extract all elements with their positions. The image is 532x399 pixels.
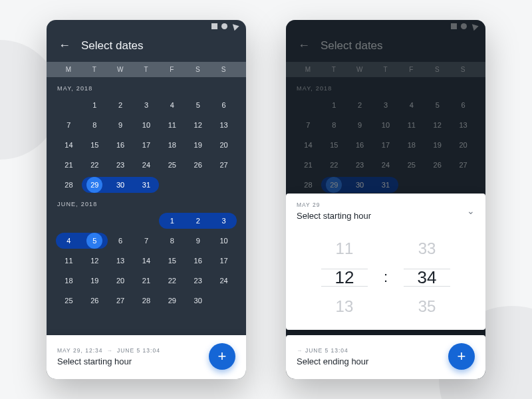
phone-date-picker: ← Select dates MTWTFSS MAY, 2018 1234567… bbox=[47, 20, 246, 379]
calendar-day[interactable]: 22 bbox=[82, 157, 108, 173]
weekday-label: S bbox=[211, 66, 237, 73]
calendar-day[interactable]: 25 bbox=[56, 293, 82, 309]
calendar-day[interactable]: 11 bbox=[159, 117, 185, 133]
calendar-day[interactable]: 10 bbox=[134, 117, 160, 133]
minute-next: 35 bbox=[404, 297, 450, 316]
calendar-day[interactable]: 8 bbox=[82, 117, 108, 133]
calendar-day[interactable]: 25 bbox=[159, 157, 185, 173]
arrow-right-icon: → bbox=[297, 347, 303, 354]
footer-card: MAY 29, 12:34 → JUNE 5 13:04 Select star… bbox=[47, 335, 246, 379]
calendar-day[interactable]: 29 bbox=[82, 177, 108, 193]
calendar-day[interactable]: 4 bbox=[56, 233, 82, 249]
calendar-day[interactable]: 21 bbox=[134, 273, 160, 289]
card-title: Select starting hour bbox=[297, 211, 371, 221]
range-end-label: JUNE 5 13:04 bbox=[305, 347, 348, 354]
calendar-day[interactable]: 23 bbox=[108, 157, 134, 173]
calendar-day[interactable]: 14 bbox=[134, 253, 160, 269]
hour-current: 12 bbox=[321, 267, 368, 288]
calendar-day[interactable]: 27 bbox=[108, 293, 134, 309]
calendar-day[interactable]: 22 bbox=[159, 273, 185, 289]
calendar-day[interactable]: 26 bbox=[185, 157, 211, 173]
calendar-day[interactable]: 5 bbox=[185, 97, 211, 113]
calendar-day[interactable]: 28 bbox=[56, 177, 82, 193]
calendar-day[interactable]: 23 bbox=[185, 273, 211, 289]
status-icon bbox=[221, 23, 227, 29]
phone-time-picker: ← Select dates MTWTFSS MAY, 2018 1234567… bbox=[286, 20, 485, 379]
month-label: MAY, 2018 bbox=[56, 77, 237, 97]
minute-wheel[interactable]: 33 34 35 bbox=[404, 239, 450, 316]
calendar-day[interactable]: 7 bbox=[134, 233, 160, 249]
calendar-day[interactable]: 3 bbox=[211, 213, 237, 229]
calendar-day[interactable]: 5 bbox=[82, 233, 108, 249]
calendar-day[interactable]: 3 bbox=[134, 97, 160, 113]
calendar-day[interactable]: 30 bbox=[185, 293, 211, 309]
status-icon bbox=[230, 21, 239, 30]
calendar-day[interactable]: 30 bbox=[108, 177, 134, 193]
calendar-day[interactable]: 8 bbox=[159, 233, 185, 249]
calendar-day[interactable]: 31 bbox=[134, 177, 160, 193]
calendar-day[interactable]: 28 bbox=[134, 293, 160, 309]
calendar-day[interactable]: 1 bbox=[159, 213, 185, 229]
range-start-label: MAY 29, 12:34 bbox=[57, 347, 102, 354]
calendar-day[interactable]: 15 bbox=[159, 253, 185, 269]
calendar-day[interactable]: 7 bbox=[56, 117, 82, 133]
calendar-grid-june: 1234567891011121314151617181920212223242… bbox=[56, 213, 237, 309]
page-title: Select dates bbox=[81, 39, 144, 53]
calendar-day[interactable]: 21 bbox=[56, 157, 82, 173]
card-date-label: MAY 29 bbox=[297, 201, 371, 208]
weekday-label: M bbox=[56, 66, 82, 73]
status-bar bbox=[47, 20, 246, 32]
calendar-day[interactable]: 12 bbox=[82, 253, 108, 269]
minute-prev: 33 bbox=[404, 239, 450, 258]
add-button[interactable]: + bbox=[448, 343, 475, 370]
calendar-day[interactable]: 10 bbox=[211, 233, 237, 249]
calendar-day[interactable]: 27 bbox=[211, 157, 237, 173]
calendar-day[interactable]: 9 bbox=[185, 233, 211, 249]
calendar-day[interactable]: 17 bbox=[134, 137, 160, 153]
weekday-label: S bbox=[185, 66, 211, 73]
calendar-day[interactable]: 2 bbox=[185, 213, 211, 229]
calendar-day[interactable]: 12 bbox=[185, 117, 211, 133]
range-end-label: JUNE 5 13:04 bbox=[117, 347, 160, 354]
calendar-day[interactable]: 9 bbox=[108, 117, 134, 133]
add-button[interactable]: + bbox=[209, 343, 235, 370]
weekday-label: W bbox=[108, 66, 134, 73]
ending-hour-card: → JUNE 5 13:04 Select ending hour + bbox=[286, 335, 485, 379]
weekday-label: T bbox=[134, 66, 160, 73]
hour-prev: 11 bbox=[321, 239, 368, 258]
calendar-day[interactable]: 26 bbox=[82, 293, 108, 309]
hour-wheel[interactable]: 11 12 13 bbox=[321, 239, 368, 316]
calendar-day[interactable]: 14 bbox=[56, 137, 82, 153]
calendar-day[interactable]: 19 bbox=[185, 137, 211, 153]
calendar-day[interactable]: 15 bbox=[82, 137, 108, 153]
calendar-day[interactable]: 18 bbox=[159, 137, 185, 153]
calendar-day[interactable]: 18 bbox=[56, 273, 82, 289]
calendar-day[interactable]: 24 bbox=[211, 273, 237, 289]
footer-action-label[interactable]: Select starting hour bbox=[57, 356, 160, 366]
calendar-day[interactable]: 11 bbox=[56, 253, 82, 269]
chevron-down-icon[interactable]: ⌄ bbox=[467, 205, 475, 216]
calendar-day[interactable]: 4 bbox=[159, 97, 185, 113]
calendar-day[interactable]: 29 bbox=[159, 293, 185, 309]
calendar-day[interactable]: 1 bbox=[82, 97, 108, 113]
back-arrow-icon[interactable]: ← bbox=[59, 39, 70, 53]
weekday-header: MTWTFSS bbox=[47, 62, 246, 77]
calendar-day[interactable]: 17 bbox=[211, 253, 237, 269]
calendar-day[interactable]: 13 bbox=[108, 253, 134, 269]
calendar-day[interactable]: 16 bbox=[108, 137, 134, 153]
calendar-day[interactable]: 6 bbox=[108, 233, 134, 249]
weekday-label: T bbox=[82, 66, 108, 73]
calendar-day[interactable]: 2 bbox=[108, 97, 134, 113]
calendar-day[interactable]: 24 bbox=[134, 157, 160, 173]
time-picker: 11 12 13 : 33 34 35 bbox=[297, 234, 475, 321]
card-date-label: → JUNE 5 13:04 bbox=[297, 347, 368, 354]
calendar-day[interactable]: 13 bbox=[211, 117, 237, 133]
card-title[interactable]: Select ending hour bbox=[297, 356, 368, 366]
selected-range-summary: MAY 29, 12:34 → JUNE 5 13:04 bbox=[57, 347, 160, 354]
calendar-day[interactable]: 6 bbox=[211, 97, 237, 113]
calendar-day[interactable]: 20 bbox=[211, 137, 237, 153]
starting-hour-card: MAY 29 Select starting hour ⌄ 11 12 13 :… bbox=[286, 194, 485, 330]
calendar-day[interactable]: 19 bbox=[82, 273, 108, 289]
calendar-day[interactable]: 20 bbox=[108, 273, 134, 289]
calendar-day[interactable]: 16 bbox=[185, 253, 211, 269]
